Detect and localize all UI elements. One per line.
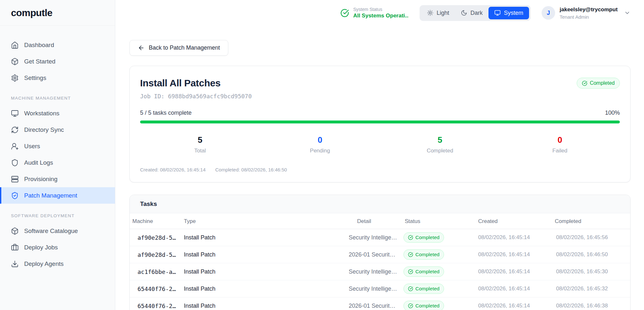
arrow-left-icon <box>138 44 145 51</box>
check-circle-icon <box>582 81 587 86</box>
status-badge: Completed <box>403 266 444 277</box>
job-completed-timestamp: Completed: 08/02/2026, 16:46:50 <box>215 167 287 172</box>
table-row: 65440f76-231... Install Patch Security I… <box>130 280 630 297</box>
progress-bar <box>140 121 620 123</box>
download-icon <box>11 260 19 268</box>
sidebar-item[interactable]: Dashboard <box>0 37 115 53</box>
job-status-badge: Completed <box>577 78 620 89</box>
task-status-cell: Completed <box>401 246 474 263</box>
sidebar-item-label: Dashboard <box>24 42 54 49</box>
chevron-down-icon[interactable] <box>622 10 630 16</box>
column-header: Created <box>474 213 552 229</box>
sidebar-item[interactable]: Users <box>0 138 115 154</box>
task-created-cell: 08/02/2026, 16:45:14 <box>474 297 552 310</box>
theme-option-button[interactable]: Dark <box>455 7 488 19</box>
task-type-cell: Install Patch <box>181 297 346 310</box>
column-header: Type <box>181 213 346 229</box>
package-icon <box>11 58 19 65</box>
sidebar: computle Dashboard Get Started Settings <box>0 0 115 310</box>
task-detail-cell: 2026-01 Security Update (KB5074109) (261… <box>346 297 401 310</box>
task-status-cell: Completed <box>401 297 474 310</box>
server-icon <box>11 175 19 183</box>
back-button[interactable]: Back to Patch Management <box>129 40 228 56</box>
theme-toggle: Light Dark System <box>420 5 531 21</box>
stat-block: 5 Total <box>140 135 260 154</box>
sidebar-item-label: Settings <box>24 74 46 82</box>
task-status-cell: Completed <box>401 229 474 246</box>
stat-value: 5 <box>140 135 260 145</box>
system-status-value: All Systems Operati... <box>353 13 409 19</box>
progress-bar-fill <box>140 121 620 123</box>
task-detail-cell: Security Intelligence Update for Microso… <box>346 229 401 246</box>
theme-option-label: System <box>504 10 523 16</box>
status-badge: Completed <box>403 249 444 260</box>
sidebar-section-machine-management: MACHINE MANAGEMENT <box>0 96 115 101</box>
check-circle-icon <box>408 286 413 291</box>
sidebar-machine-nav: Workstations Directory Sync Users Audit … <box>0 105 115 204</box>
tasks-card: Tasks MachineTypeDetailStatusCreatedComp… <box>129 195 630 310</box>
task-completed-cell: 08/02/2026, 16:46:38 <box>552 297 630 310</box>
sidebar-item[interactable]: Directory Sync <box>0 121 115 138</box>
column-header: Completed <box>552 213 630 229</box>
gear-icon <box>11 74 19 82</box>
sidebar-item[interactable]: Patch Management <box>0 187 115 204</box>
sidebar-item[interactable]: Workstations <box>0 105 115 121</box>
sidebar-item[interactable]: Deploy Agents <box>0 256 115 272</box>
sidebar-item-label: Provisioning <box>24 176 58 183</box>
task-detail-cell: Security Intelligence Update for Microso… <box>346 263 401 280</box>
sidebar-item[interactable]: Deploy Jobs <box>0 239 115 256</box>
sidebar-section-software-deployment: SOFTWARE DEPLOYMENT <box>0 213 115 218</box>
stat-value: 0 <box>500 135 620 145</box>
sidebar-item[interactable]: Audit Logs <box>0 154 115 171</box>
app-logo[interactable]: computle <box>11 7 52 18</box>
stat-label: Completed <box>380 148 500 154</box>
sidebar-item-label: Users <box>24 143 40 150</box>
task-completed-cell: 08/02/2026, 16:45:30 <box>552 263 630 280</box>
task-type-cell: Install Patch <box>181 263 346 280</box>
theme-option-button[interactable]: System <box>488 7 529 19</box>
sidebar-item-label: Software Catalogue <box>24 228 78 235</box>
task-detail-cell: 2026-01 Security Update (KB5074109) (261… <box>346 246 401 263</box>
sidebar-item[interactable]: Provisioning <box>0 171 115 187</box>
package-icon <box>11 227 19 235</box>
stat-label: Failed <box>500 148 620 154</box>
avatar: J <box>542 6 555 20</box>
task-created-cell: 08/02/2026, 16:45:14 <box>474 229 552 246</box>
user-menu[interactable]: J jakeelsley@trycomputl... Tenant Admin <box>542 6 630 20</box>
content: Back to Patch Management Install All Pat… <box>115 26 644 310</box>
status-badge: Completed <box>403 301 444 310</box>
job-created-timestamp: Created: 08/02/2026, 16:45:14 <box>140 167 206 172</box>
sun-icon <box>427 10 433 16</box>
system-status[interactable]: System Status All Systems Operati... <box>340 7 409 19</box>
machine-id-cell: af90e28d-544... <box>130 246 181 263</box>
table-row: af90e28d-544... Install Patch Security I… <box>130 229 630 246</box>
user-plus-icon <box>11 142 19 150</box>
sidebar-main-nav: Dashboard Get Started Settings <box>0 37 115 86</box>
sidebar-item[interactable]: Settings <box>0 70 115 86</box>
home-icon <box>11 41 19 49</box>
sidebar-item[interactable]: Software Catalogue <box>0 223 115 239</box>
task-status-cell: Completed <box>401 263 474 280</box>
user-email: jakeelsley@trycomputl... <box>560 6 618 13</box>
theme-option-button[interactable]: Light <box>421 7 455 19</box>
status-badge: Completed <box>403 232 444 243</box>
sidebar-item-label: Deploy Jobs <box>24 244 58 251</box>
column-header: Machine <box>130 213 181 229</box>
task-type-cell: Install Patch <box>181 246 346 263</box>
sidebar-item[interactable]: Get Started <box>0 53 115 70</box>
status-badge: Completed <box>403 284 444 294</box>
task-detail-cell: Security Intelligence Update for Microso… <box>346 280 401 297</box>
check-circle-icon <box>340 9 349 17</box>
check-circle-icon <box>408 303 413 308</box>
sidebar-item-label: Patch Management <box>24 192 77 199</box>
column-header: Status <box>401 213 474 229</box>
table-row: af90e28d-544... Install Patch 2026-01 Se… <box>130 246 630 263</box>
logo-row: computle <box>0 0 115 26</box>
column-header: Detail <box>346 213 401 229</box>
tasks-title: Tasks <box>130 195 630 213</box>
stat-block: 0 Pending <box>260 135 380 154</box>
sidebar-item-label: Get Started <box>24 58 55 65</box>
task-created-cell: 08/02/2026, 16:45:14 <box>474 280 552 297</box>
moon-icon <box>461 10 467 16</box>
check-circle-icon <box>408 235 413 240</box>
